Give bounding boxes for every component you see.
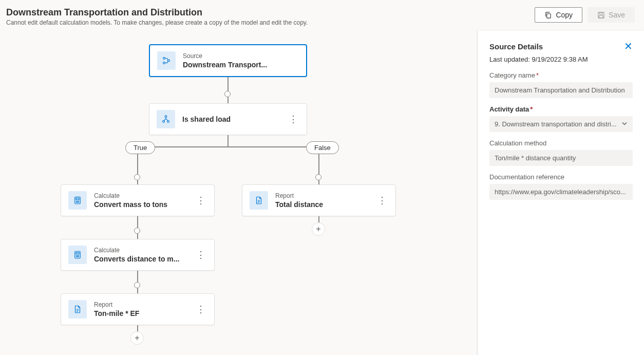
connector-node[interactable]: [134, 174, 140, 180]
svg-point-15: [76, 202, 77, 202]
save-button: Save: [588, 7, 635, 23]
copy-button[interactable]: Copy: [535, 7, 582, 23]
svg-point-8: [163, 121, 165, 123]
node-condition[interactable]: Is shared load ⋮: [149, 103, 307, 135]
page-subtitle: Cannot edit default calculation models. …: [6, 19, 308, 26]
svg-rect-19: [76, 253, 79, 254]
node-report-tonmile[interactable]: ReportTon-mile * EF ⋮: [61, 293, 215, 325]
svg-rect-2: [600, 12, 603, 14]
branch-badge-false: False: [306, 141, 339, 154]
activity-value: 9. Downstream transportation and distri.…: [495, 120, 617, 128]
close-icon[interactable]: ✕: [624, 40, 633, 52]
node-title: Downstream Transport...: [183, 61, 299, 69]
svg-point-6: [168, 60, 170, 62]
calculator-icon: [68, 191, 87, 210]
node-calc-mass[interactable]: CalculateConvert mass to tons ⋮: [61, 184, 215, 216]
svg-point-17: [79, 202, 79, 202]
svg-point-16: [78, 202, 78, 202]
node-label: Calculate: [94, 247, 195, 254]
node-title: Convert mass to tons: [94, 200, 195, 209]
add-node-button[interactable]: +: [130, 331, 144, 345]
panel-title: Source Details: [489, 42, 543, 51]
svg-point-7: [165, 116, 167, 118]
node-report-total[interactable]: ReportTotal distance ⋮: [242, 184, 396, 216]
node-menu-button[interactable]: ⋮: [195, 304, 207, 315]
add-node-button[interactable]: +: [312, 222, 325, 236]
activity-select[interactable]: 9. Downstream transportation and distri.…: [489, 116, 633, 132]
node-menu-button[interactable]: ⋮: [195, 249, 207, 260]
connector-line: [228, 77, 229, 91]
node-menu-button[interactable]: ⋮: [376, 195, 388, 206]
last-updated: Last updated: 9/19/2022 9:38 AM: [489, 55, 633, 63]
copy-icon: [544, 11, 552, 19]
node-title: Total distance: [275, 200, 376, 209]
connector-line: [137, 180, 138, 184]
page-title: Downstream Transportation and Distributi…: [6, 7, 308, 18]
node-label: Source: [183, 52, 299, 60]
flow-canvas[interactable]: True False SourceDownstream Transport...…: [0, 31, 478, 355]
connector-line: [137, 146, 319, 147]
branch-badge-true: True: [125, 141, 155, 154]
node-calc-distance[interactable]: CalculateConverts distance to m... ⋮: [61, 239, 215, 271]
calcmethod-label: Calculation method: [489, 139, 633, 147]
svg-point-9: [167, 121, 169, 123]
details-panel: Source Details ✕ Last updated: 9/19/2022…: [478, 31, 644, 355]
category-label: Category name*: [489, 71, 633, 79]
connector-line: [137, 288, 138, 293]
node-title: Converts distance to m...: [94, 255, 195, 263]
connector-line: [228, 97, 229, 103]
node-label: Report: [275, 192, 376, 199]
connector-node[interactable]: [134, 228, 140, 234]
node-title: Is shared load: [182, 115, 287, 123]
svg-rect-3: [599, 15, 603, 18]
category-field: Downstream Transportation and Distributi…: [489, 82, 633, 98]
chevron-down-icon: [621, 120, 628, 128]
svg-point-5: [163, 62, 165, 64]
svg-point-25: [79, 256, 79, 257]
svg-point-4: [163, 58, 165, 60]
connector-line: [137, 234, 138, 239]
svg-rect-11: [76, 198, 79, 200]
document-icon: [250, 191, 268, 210]
node-menu-button[interactable]: ⋮: [287, 114, 299, 125]
svg-point-20: [76, 255, 77, 256]
node-menu-button[interactable]: ⋮: [195, 195, 207, 206]
svg-point-22: [79, 255, 79, 256]
svg-point-12: [76, 201, 77, 201]
svg-rect-0: [547, 13, 551, 17]
calculator-icon: [68, 246, 87, 264]
node-title: Ton-mile * EF: [94, 309, 195, 317]
svg-point-21: [78, 255, 78, 256]
node-label: Report: [94, 301, 195, 308]
svg-point-14: [79, 201, 79, 201]
calcmethod-field: Ton/mile * distance quantity: [489, 150, 633, 166]
save-label: Save: [609, 11, 625, 19]
connector-line: [318, 180, 319, 184]
node-label: Calculate: [94, 192, 195, 199]
connector-node[interactable]: [224, 91, 231, 97]
svg-point-13: [78, 201, 78, 201]
save-icon: [597, 11, 605, 19]
svg-point-23: [76, 256, 77, 257]
node-source[interactable]: SourceDownstream Transport...: [149, 44, 307, 77]
docref-field: https://www.epa.gov/climateleadership/sc…: [489, 184, 633, 200]
document-icon: [68, 300, 87, 319]
branch-icon: [157, 51, 176, 70]
activity-label: Activity data*: [489, 105, 633, 113]
docref-label: Documentation reference: [489, 173, 633, 181]
connector-line: [228, 134, 229, 146]
copy-label: Copy: [556, 11, 573, 19]
svg-point-24: [78, 256, 78, 257]
connector-node[interactable]: [134, 282, 140, 288]
connector-node[interactable]: [315, 174, 321, 180]
condition-icon: [157, 110, 175, 128]
